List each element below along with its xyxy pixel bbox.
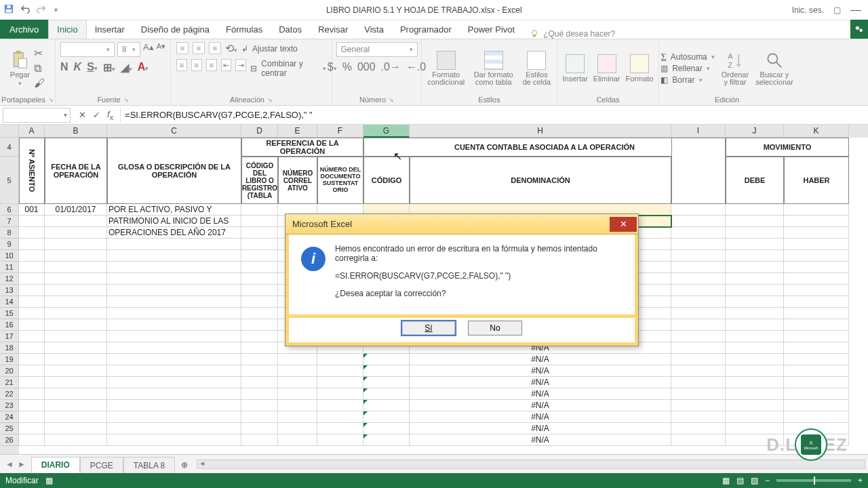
cell-styles-button[interactable]: Estilos de celda [522,51,551,86]
zoom-out-icon[interactable]: − [765,476,770,485]
cell-K8[interactable] [784,227,849,239]
tell-me[interactable]: ¿Qué desea hacer? [530,29,615,39]
cell-I19[interactable] [671,354,726,365]
cell-B23[interactable] [45,400,107,411]
cell-H22[interactable]: #N/A [410,388,671,400]
cell-H20[interactable]: #N/A [410,365,671,377]
cell-B19[interactable] [45,354,107,365]
cell-C13[interactable] [107,285,241,296]
align-center-icon[interactable]: ≡ [191,59,202,71]
header-denom[interactable]: DENOMINACIÓN [410,157,671,204]
cell-I9[interactable] [671,239,726,250]
cell-C6[interactable]: POR EL ACTIVO, PASIVO Y [107,204,241,216]
add-sheet-button[interactable]: ⊕ [175,457,194,473]
cell-A23[interactable] [19,400,45,411]
header-haber[interactable]: HABER [784,157,849,204]
cell-G25[interactable] [363,423,410,434]
increase-decimal-icon[interactable]: .0→ [381,61,401,73]
cell-G23[interactable] [363,400,410,411]
view-pagebreak-icon[interactable]: ▧ [751,476,758,485]
cell-J20[interactable] [726,365,784,377]
cell-B7[interactable] [45,216,107,227]
cell-B17[interactable] [45,331,107,342]
fill-color-icon[interactable]: ◢▾ [121,61,132,74]
header-codlibro[interactable]: CÓDIGO DEL LIBRO O REGISTRO (TABLA [241,157,278,204]
cell-B22[interactable] [45,388,107,400]
fill-button[interactable]: ▥Rellenar▾ [660,64,715,73]
row-header-9[interactable]: 9 [0,239,19,250]
cell-C14[interactable] [107,296,241,308]
cell-B24[interactable] [45,411,107,423]
cell-B9[interactable] [45,239,107,250]
tab-revisar[interactable]: Revisar [310,20,356,39]
cell-F20[interactable] [317,365,363,377]
cell-D9[interactable] [241,239,278,250]
row-header-15[interactable]: 15 [0,308,19,319]
row-header-18[interactable]: 18 [0,342,19,354]
sign-in-link[interactable]: Inic. ses. [792,5,824,15]
cell-B21[interactable] [45,377,107,388]
cell-C18[interactable] [107,342,241,354]
delete-cells-button[interactable]: Eliminar [593,54,620,83]
cell-J12[interactable] [726,273,784,285]
tab-programador[interactable]: Programador [392,20,460,39]
cell-F23[interactable] [317,400,363,411]
cell-H24[interactable]: #N/A [410,411,671,423]
cell-A7[interactable] [19,216,45,227]
cell-J21[interactable] [726,377,784,388]
cell-D8[interactable] [241,227,278,239]
tab-diseno[interactable]: Diseño de página [133,20,218,39]
format-cells-button[interactable]: Formato [626,54,654,83]
cell-I20[interactable] [671,365,726,377]
border-icon[interactable]: ⊞▾ [103,61,115,74]
cell-G19[interactable] [363,354,410,365]
underline-icon[interactable]: S▾ [87,61,98,74]
comma-icon[interactable]: 000 [357,61,376,73]
cell-K21[interactable] [784,377,849,388]
cell-A26[interactable] [19,434,45,446]
cell-C17[interactable] [107,331,241,342]
cell-D20[interactable] [241,365,278,377]
cell-B20[interactable] [45,365,107,377]
tab-formulas[interactable]: Fórmulas [218,20,271,39]
cell-I10[interactable] [671,250,726,262]
cell-A17[interactable] [19,331,45,342]
header-docsust[interactable]: NÚMERO DEL DOCUMENTO SUSTENTAT ORIO [317,157,363,204]
cell-K13[interactable] [784,285,849,296]
cell-A22[interactable] [19,388,45,400]
cell-C19[interactable] [107,354,241,365]
cell-J11[interactable] [726,262,784,273]
cell-D21[interactable] [241,377,278,388]
row-header-12[interactable]: 12 [0,273,19,285]
cell-C22[interactable] [107,388,241,400]
cell-K6[interactable] [784,204,849,216]
cell-K19[interactable] [784,354,849,365]
row-header-8[interactable]: 8 [0,227,19,239]
cell-B14[interactable] [45,296,107,308]
cell-E20[interactable] [278,365,317,377]
cell-J10[interactable] [726,250,784,262]
column-header-E[interactable]: E [278,125,317,138]
cell-H25[interactable]: #N/A [410,423,671,434]
cell-I12[interactable] [671,273,726,285]
cell-C26[interactable] [107,434,241,446]
dialog-yes-button[interactable]: Sí [401,321,456,336]
cell-C7[interactable]: PATRIMONIO AL INICIO DE LAS [107,216,241,227]
cell-B15[interactable] [45,308,107,319]
cell-H26[interactable]: #N/A [410,434,671,446]
cell-I16[interactable] [671,319,726,331]
cell-K22[interactable] [784,388,849,400]
column-header-C[interactable]: C [107,125,241,138]
font-color-icon[interactable]: A▾ [138,61,149,74]
row-header-26[interactable]: 26 [0,434,19,446]
cell-B16[interactable] [45,319,107,331]
cell-D15[interactable] [241,308,278,319]
cell-E22[interactable] [278,388,317,400]
orientation-icon[interactable]: ⟲▾ [225,42,237,55]
tab-powerpivot[interactable]: Power Pivot [460,20,523,39]
cell-D19[interactable] [241,354,278,365]
column-header-A[interactable]: A [19,125,45,138]
percent-icon[interactable]: % [342,61,352,73]
redo-icon[interactable] [37,4,46,16]
row-header-25[interactable]: 25 [0,423,19,434]
